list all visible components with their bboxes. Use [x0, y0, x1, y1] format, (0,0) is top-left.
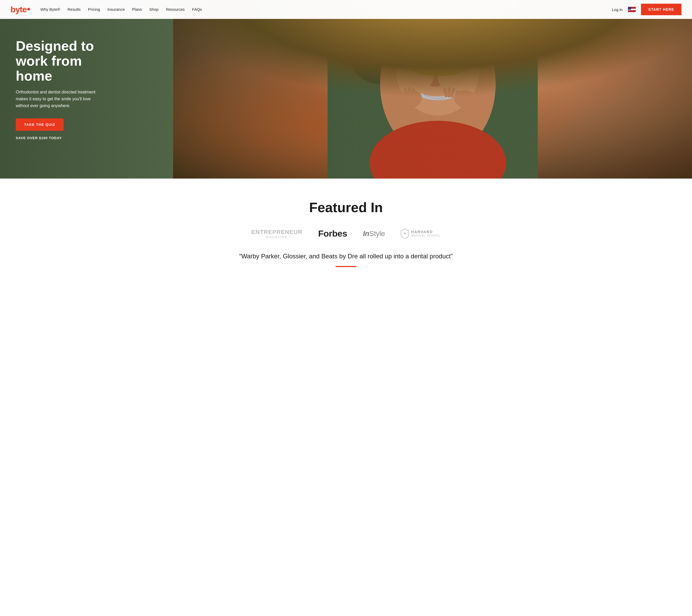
forbes-text: Forbes — [318, 228, 347, 238]
entrepreneur-sub: Magazine — [251, 236, 302, 239]
hero-section: Designed to work from home Orthodontist … — [0, 0, 692, 179]
featured-logos: Entrepreneur Magazine Forbes InStyle H H… — [11, 228, 681, 239]
featured-quote: “Warby Parker, Glossier, and Beats by Dr… — [11, 252, 681, 261]
login-link[interactable]: Log in — [612, 7, 623, 12]
nav-link-insurance: Insurance — [107, 7, 125, 12]
entrepreneur-main: Entrepreneur — [251, 229, 302, 236]
logo-text: byte — [11, 5, 27, 14]
navigation: byte Why Byte® Results Pricing Insurance… — [0, 0, 692, 19]
instyle-logo: InStyle — [363, 229, 385, 238]
svg-text:H: H — [404, 232, 406, 235]
flag-stripe-bot — [628, 10, 636, 12]
nav-item-insurance[interactable]: Insurance — [107, 7, 125, 12]
instyle-in: In — [363, 229, 369, 238]
hero-subtitle: Orthodontist and dentist directed treatm… — [16, 89, 100, 109]
nav-link-pricing: Pricing — [88, 7, 100, 12]
harvard-text-block: Harvard Medical School — [411, 230, 441, 238]
nav-item-pricing[interactable]: Pricing — [88, 7, 100, 12]
brand-logo[interactable]: byte — [11, 5, 30, 15]
nav-item-resources[interactable]: Resources — [166, 7, 185, 12]
quote-underline-decoration — [335, 266, 357, 267]
nav-item-plans[interactable]: Plans — [132, 7, 142, 12]
nav-right: Log in START HERE — [612, 4, 681, 15]
nav-item-faqs[interactable]: FAQs — [192, 7, 202, 12]
harvard-logo: H Harvard Medical School — [401, 229, 441, 239]
nav-link-faqs: FAQs — [192, 7, 202, 12]
nav-link-results: Results — [67, 7, 81, 12]
flag-canton — [628, 7, 631, 10]
featured-title: Featured In — [11, 200, 681, 215]
nav-item-why-byte[interactable]: Why Byte® — [40, 7, 60, 12]
take-quiz-button[interactable]: TAKE THE QUIZ — [16, 118, 64, 131]
hero-save-text: SAVE OVER $100 TODAY — [16, 136, 110, 140]
language-flag[interactable] — [628, 7, 636, 12]
nav-links: Why Byte® Results Pricing Insurance Plan… — [40, 7, 612, 12]
nav-item-results[interactable]: Results — [67, 7, 81, 12]
forbes-logo: Forbes — [318, 228, 347, 239]
logo-dot — [27, 8, 30, 10]
featured-section: Featured In Entrepreneur Magazine Forbes… — [0, 179, 692, 283]
hero-title: Designed to work from home — [16, 39, 110, 84]
entrepreneur-logo: Entrepreneur Magazine — [251, 229, 302, 239]
harvard-main: Harvard — [411, 230, 441, 234]
nav-link-resources: Resources — [166, 7, 185, 12]
hero-content: Designed to work from home Orthodontist … — [0, 18, 126, 161]
harvard-shield-icon: H — [401, 229, 409, 239]
nav-link-shop: Shop — [149, 7, 159, 12]
nav-link-plans: Plans — [132, 7, 142, 12]
instyle-style: Style — [369, 229, 385, 238]
harvard-sub: Medical School — [411, 234, 441, 237]
nav-link-why-byte: Why Byte® — [40, 7, 60, 12]
start-here-button[interactable]: START HERE — [641, 4, 681, 15]
nav-item-shop[interactable]: Shop — [149, 7, 159, 12]
